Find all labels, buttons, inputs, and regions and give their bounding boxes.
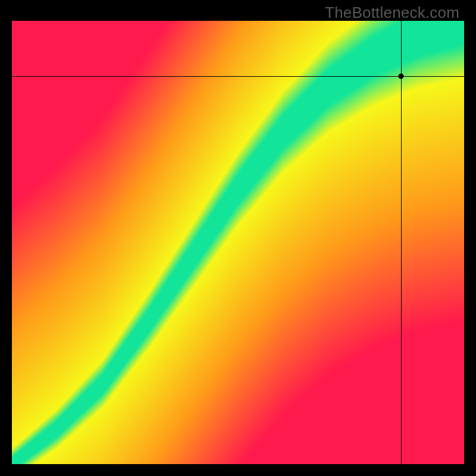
- heatmap-canvas: [12, 21, 464, 464]
- chart-frame: TheBottleneck.com: [0, 0, 476, 476]
- crosshair-vertical: [401, 21, 402, 464]
- crosshair-dot: [398, 74, 403, 79]
- heatmap-plot: [12, 21, 464, 464]
- watermark-text: TheBottleneck.com: [325, 4, 459, 22]
- crosshair-horizontal: [0, 76, 476, 77]
